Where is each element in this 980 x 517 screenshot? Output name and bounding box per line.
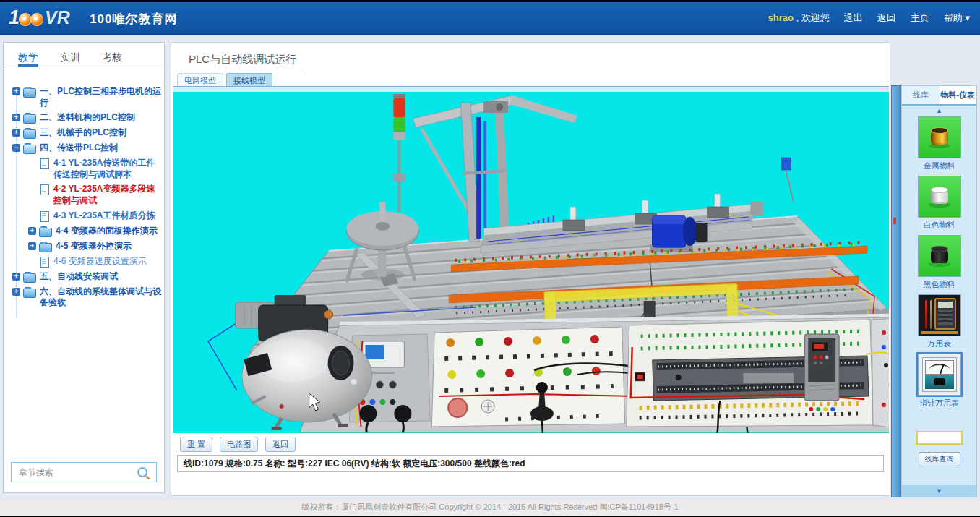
tree-item[interactable]: +五、自动线安装调试 xyxy=(12,271,161,283)
folder-icon xyxy=(23,114,36,124)
tree-item[interactable]: +三、机械手的PLC控制 xyxy=(12,127,161,139)
material-item-label: 白色物料 xyxy=(917,220,962,231)
tree-item-label: 三、机械手的PLC控制 xyxy=(40,127,126,139)
action-button[interactable]: 重 置 xyxy=(180,437,212,452)
tree-item-label: 五、自动线安装调试 xyxy=(40,271,118,283)
plus-icon[interactable]: + xyxy=(12,129,20,137)
material-item-image[interactable] xyxy=(918,354,961,396)
action-button[interactable]: 返回 xyxy=(265,437,296,452)
app-window: 1 VR 100唯尔教育网 shrao , 欢迎您 退出返回主页帮助 ▾ 教学实… xyxy=(0,0,980,517)
material-item-label: 金属物料 xyxy=(917,161,962,171)
tree-item[interactable]: +二、送料机构的PLC控制 xyxy=(12,112,161,124)
material-item-label: 黑色物料 xyxy=(917,279,962,290)
search-icon[interactable] xyxy=(137,467,147,477)
button-panel[interactable] xyxy=(431,327,649,433)
action-button[interactable]: 电路图 xyxy=(220,437,258,452)
tree-item-label: 4-2 YL-235A变频器多段速控制与调试 xyxy=(53,184,161,206)
plus-icon[interactable]: + xyxy=(12,87,20,95)
material-item: 万用表 xyxy=(917,294,962,354)
sidebar-tab[interactable]: 考核 xyxy=(102,51,122,67)
plus-icon[interactable]: + xyxy=(12,114,20,121)
tree-item[interactable]: 4-2 YL-235A变频器多段速控制与调试 xyxy=(28,184,161,206)
black-cylinder-icon xyxy=(931,249,948,263)
folder-icon xyxy=(23,289,36,298)
folder-open-icon xyxy=(23,145,36,154)
tree-item-label: 四、传送带PLC控制 xyxy=(40,142,118,154)
material-item: 白色物料 xyxy=(917,176,962,235)
tree-item[interactable]: +4-5 变频器外控演示 xyxy=(28,241,161,252)
tree-item-label: 二、送料机构的PLC控制 xyxy=(40,112,135,124)
doc-icon xyxy=(40,158,49,169)
3d-viewport[interactable] xyxy=(173,86,889,433)
metal-cylinder-icon xyxy=(931,131,948,145)
tree-item[interactable]: 4-3 YL-235A工件材质分拣 xyxy=(28,210,161,222)
material-item: 金属物料 xyxy=(917,116,962,176)
search-input[interactable] xyxy=(17,466,137,478)
chapter-search-box xyxy=(11,462,157,482)
site-header: 1 VR 100唯尔教育网 shrao , 欢迎您 退出返回主页帮助 ▾ xyxy=(0,2,980,35)
welcome-text: shrao , 欢迎您 xyxy=(768,12,830,25)
vfd-module[interactable] xyxy=(804,334,839,411)
header-link-主页[interactable]: 主页 xyxy=(911,12,929,25)
digital-multimeter-icon xyxy=(919,295,960,336)
wire-query-input[interactable] xyxy=(916,431,963,445)
materials-tab[interactable]: 线库 xyxy=(902,86,940,104)
folder-icon xyxy=(23,273,36,283)
collapse-up-icon[interactable]: ▲ xyxy=(902,106,976,116)
top-letterbox xyxy=(0,0,980,2)
plus-icon[interactable]: + xyxy=(12,273,20,281)
course-sidebar: 教学实训考核 +一、PLC控制三相异步电机的运行+二、送料机构的PLC控制+三、… xyxy=(3,42,165,493)
materials-list: 金属物料白色物料黑色物料万用表指针万用表 xyxy=(902,116,976,420)
material-item-image[interactable] xyxy=(918,176,961,218)
scroll-down-icon[interactable]: ▼ xyxy=(902,485,976,497)
tree-item[interactable]: +一、PLC控制三相异步电机的运行 xyxy=(12,86,161,108)
material-item-image[interactable] xyxy=(918,235,961,277)
materials-panel: 线库物料-仪表 ▲ 金属物料白色物料黑色物料万用表指针万用表 线库查询 ▼ xyxy=(901,85,977,497)
tree-item-label: 六、自动线的系统整体调试与设备验收 xyxy=(40,286,161,309)
header-link-help[interactable]: 帮助 ▾ xyxy=(944,12,970,25)
plus-icon[interactable]: + xyxy=(28,242,36,250)
header-links: 退出返回主页帮助 ▾ xyxy=(844,12,970,25)
plus-icon[interactable]: + xyxy=(28,227,36,235)
header-link-退出[interactable]: 退出 xyxy=(844,12,863,25)
plus-icon[interactable]: + xyxy=(12,288,20,296)
panel-splitter[interactable] xyxy=(891,85,901,497)
tree-item-label: 4-3 YL-235A工件材质分拣 xyxy=(53,210,155,222)
materials-panel-tabs: 线库物料-仪表 xyxy=(902,86,976,106)
materials-tab[interactable]: 物料-仪表 xyxy=(940,86,977,104)
tree-item[interactable]: −四、传送带PLC控制 xyxy=(12,142,161,154)
tree-item-label: 4-1 YL-235A传送带的工件传送控制与调试脚本 xyxy=(53,158,161,180)
material-item-label: 万用表 xyxy=(917,338,962,349)
tree-item-label: 4-4 变频器的面板操作演示 xyxy=(56,226,158,237)
logo-vr: VR xyxy=(45,7,70,28)
doc-icon xyxy=(40,184,49,195)
tree-item[interactable]: +六、自动线的系统整体调试与设备验收 xyxy=(12,286,161,309)
material-item-label: 指针万用表 xyxy=(917,398,962,409)
analog-multimeter-icon xyxy=(922,357,957,392)
title-underline xyxy=(180,72,301,72)
folder-icon xyxy=(39,228,52,237)
wire-query-button[interactable]: 线库查询 xyxy=(919,452,960,466)
3d-scene[interactable] xyxy=(173,87,889,433)
sidebar-tab[interactable]: 教学 xyxy=(18,51,38,67)
sidebar-tab[interactable]: 实训 xyxy=(60,51,80,67)
tree-item[interactable]: 4-6 变频器速度设置演示 xyxy=(28,256,161,268)
minus-icon[interactable]: − xyxy=(12,144,20,152)
course-tree: +一、PLC控制三相异步电机的运行+二、送料机构的PLC控制+三、机械手的PLC… xyxy=(4,79,164,445)
material-item: 指针万用表 xyxy=(917,354,962,413)
site-title: 100唯尔教育网 xyxy=(90,11,177,27)
tree-item[interactable]: 4-1 YL-235A传送带的工件传送控制与调试脚本 xyxy=(28,158,161,180)
logo-100vr: 1 xyxy=(9,7,20,29)
tree-item[interactable]: +4-4 变频器的面板操作演示 xyxy=(28,226,161,237)
header-link-返回[interactable]: 返回 xyxy=(877,12,896,25)
folder-icon xyxy=(23,129,36,139)
material-item-image[interactable] xyxy=(918,116,961,158)
site-logo[interactable]: 1 VR xyxy=(9,7,70,29)
material-item-image[interactable] xyxy=(918,294,961,336)
material-item: 黑色物料 xyxy=(917,235,962,294)
tree-item-label: 4-6 变频器速度设置演示 xyxy=(53,256,147,268)
white-cylinder-icon xyxy=(931,190,948,204)
logo-o-icon xyxy=(30,13,43,26)
username: shrao xyxy=(768,12,794,23)
folder-icon xyxy=(23,88,36,98)
